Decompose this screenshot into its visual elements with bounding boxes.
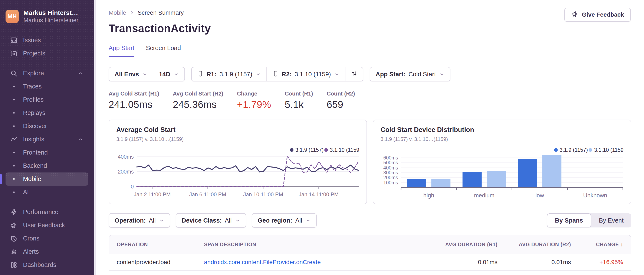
- sidebar-item-traces[interactable]: Traces: [6, 80, 88, 93]
- sidebar-item-mobile[interactable]: Mobile: [6, 172, 88, 186]
- legend-item[interactable]: 3.1.10 (1159: [324, 147, 359, 153]
- column-span-description[interactable]: SPAN DESCRIPTION: [204, 241, 423, 247]
- sidebar-item-user-feedback[interactable]: User Feedback: [6, 219, 88, 232]
- line-chart[interactable]: 0200ms400msJan 2 11:00 PMJan 6 11:00 PMJ…: [116, 151, 360, 200]
- breadcrumb-mobile-link[interactable]: Mobile: [108, 9, 126, 16]
- sidebar-item-crons[interactable]: Crons: [6, 232, 88, 245]
- cell-span-description-link[interactable]: androidx.core.content.FileProvider.onCre…: [204, 259, 423, 266]
- device-distribution-card: Cold Start Device Distribution 3.1.9 (11…: [373, 120, 631, 204]
- environment-value: All Envs: [114, 71, 139, 78]
- column-operation[interactable]: OPERATION: [117, 241, 204, 247]
- swap-arrows-icon: [351, 70, 357, 78]
- cell-operation: contentprovider.load: [117, 259, 204, 266]
- release-1-select[interactable]: R1: 3.1.9 (1157): [192, 67, 266, 81]
- sidebar-item-dashboards[interactable]: Dashboards: [6, 258, 88, 271]
- stat-value: +1.79%: [237, 99, 271, 110]
- date-range-value: 14D: [159, 71, 170, 78]
- chart-legend[interactable]: 3.1.9 (1157) 3.1.10 (1159: [554, 147, 624, 153]
- geo-region-label: Geo region:: [258, 217, 292, 224]
- sidebar-item-label: Dashboards: [23, 261, 56, 268]
- swap-releases-button[interactable]: [345, 67, 363, 81]
- svg-text:600ms: 600ms: [383, 155, 398, 161]
- sidebar-item-projects[interactable]: Projects: [6, 47, 88, 60]
- issues-icon: [10, 37, 18, 44]
- svg-text:400ms: 400ms: [118, 154, 134, 160]
- table-header: OPERATION SPAN DESCRIPTION AVG DURATION …: [109, 235, 631, 254]
- svg-text:Jan 14 11:00 PM: Jan 14 11:00 PM: [299, 191, 338, 197]
- chevron-down-icon: [142, 72, 147, 77]
- operation-select[interactable]: Operation: All: [109, 214, 170, 227]
- give-feedback-button[interactable]: Give Feedback: [564, 8, 631, 22]
- app-start-type-select[interactable]: App Start: Cold Start: [370, 67, 450, 81]
- user-name: Markus Hinterst…: [24, 9, 78, 17]
- sidebar-item-label: Replays: [23, 109, 45, 116]
- sidebar-item-profiles[interactable]: Profiles: [6, 93, 88, 106]
- stat-count-r2: Count (R2) 659: [327, 90, 355, 110]
- geo-region-select[interactable]: Geo region: All: [252, 214, 316, 227]
- chevron-up-icon: [78, 137, 84, 142]
- legend-label: 3.1.10 (1159: [594, 147, 624, 153]
- sidebar-item-label: Profiles: [23, 96, 44, 103]
- breadcrumb: Mobile Screen Summary: [108, 9, 631, 16]
- main-panel: Mobile Screen Summary Give Feedback Tran…: [96, 0, 644, 275]
- chevron-down-icon: [159, 218, 164, 223]
- column-avg-duration-r1[interactable]: AVG DURATION (R1): [423, 241, 498, 247]
- table-row[interactable]: [109, 271, 631, 275]
- sort-desc-icon: ↓: [620, 241, 623, 247]
- release-2-label: R2:: [282, 71, 292, 78]
- column-avg-duration-r2[interactable]: AVG DURATION (R2): [498, 241, 571, 247]
- sidebar-item-label: Issues: [23, 37, 41, 44]
- sidebar-item-backend[interactable]: Backend: [6, 159, 88, 172]
- legend-item[interactable]: 3.1.9 (1157): [290, 147, 324, 153]
- device-class-select[interactable]: Device Class: All: [176, 214, 246, 227]
- legend-item[interactable]: 3.1.9 (1157): [554, 147, 588, 153]
- legend-label: 3.1.9 (1157): [560, 147, 588, 153]
- stat-count-r1: Count (R1) 5.1k: [285, 90, 313, 110]
- geo-region-filter-group: Geo region: All: [252, 213, 317, 228]
- sidebar-item-ai[interactable]: AI: [6, 186, 88, 199]
- release-2-select[interactable]: R2: 3.1.10 (1159): [266, 67, 345, 81]
- environment-select[interactable]: All Envs: [109, 67, 153, 81]
- clock-icon: [10, 235, 18, 242]
- sidebar-item-label: Alerts: [23, 248, 39, 255]
- tab-bar: App Start Screen Load: [96, 45, 644, 57]
- tab-screen-load[interactable]: Screen Load: [146, 45, 181, 57]
- spans-table: OPERATION SPAN DESCRIPTION AVG DURATION …: [108, 235, 631, 275]
- sidebar-item-performance[interactable]: Performance: [6, 205, 88, 219]
- sidebar-item-label: AI: [23, 189, 29, 196]
- stat-label: Avg Cold Start (R1): [108, 90, 159, 97]
- column-change[interactable]: CHANGE ↓: [571, 241, 623, 247]
- table-row[interactable]: contentprovider.load androidx.core.conte…: [109, 254, 631, 271]
- sidebar-item-insights[interactable]: Insights: [6, 133, 88, 146]
- user-subtitle: Markus Hintersteiner: [24, 17, 78, 24]
- sidebar-item-label: Explore: [23, 70, 44, 77]
- sidebar-item-alerts[interactable]: Alerts: [6, 245, 88, 258]
- sidebar-item-replays[interactable]: Replays: [6, 106, 88, 120]
- env-period-group: All Envs 14D: [108, 67, 185, 81]
- user-menu[interactable]: MH Markus Hinterst… Markus Hintersteiner: [6, 9, 88, 24]
- date-range-select[interactable]: 14D: [153, 67, 184, 81]
- tab-app-start[interactable]: App Start: [108, 45, 134, 57]
- sidebar: MH Markus Hinterst… Markus Hintersteiner…: [0, 0, 94, 275]
- svg-text:medium: medium: [474, 192, 494, 199]
- sidebar-item-releases[interactable]: Releases: [6, 271, 88, 275]
- cell-avg-duration-r2: 0.01ms: [498, 259, 571, 266]
- bar-chart[interactable]: 100ms200ms300ms400ms500ms600mshighmedium…: [380, 151, 624, 200]
- sidebar-item-frontend[interactable]: Frontend: [6, 146, 88, 159]
- by-event-button[interactable]: By Event: [591, 213, 631, 227]
- release-1-value: 3.1.9 (1157): [219, 71, 252, 78]
- sidebar-item-issues[interactable]: Issues: [6, 34, 88, 47]
- legend-item[interactable]: 3.1.10 (1159: [589, 147, 624, 153]
- chart-legend[interactable]: 3.1.9 (1157) 3.1.10 (1159: [290, 147, 359, 153]
- svg-text:500ms: 500ms: [383, 160, 398, 165]
- bullet-icon: [10, 152, 18, 153]
- by-spans-button[interactable]: By Spans: [547, 213, 591, 227]
- page-title: TransactionActivity: [108, 22, 631, 35]
- legend-dot: [324, 148, 328, 152]
- svg-text:200ms: 200ms: [383, 175, 398, 180]
- svg-text:Jan 2 11:00 PM: Jan 2 11:00 PM: [134, 191, 170, 197]
- sidebar-item-explore[interactable]: Explore: [6, 67, 88, 80]
- stat-label: Change: [237, 90, 271, 97]
- sidebar-item-discover[interactable]: Discover: [6, 120, 88, 133]
- legend-dot: [589, 148, 592, 152]
